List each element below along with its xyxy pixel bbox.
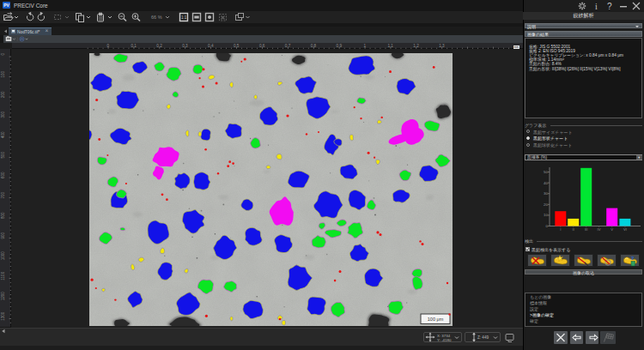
svg-text:VI: VI bbox=[623, 227, 627, 232]
svg-text:1200: 1200 bbox=[1, 292, 5, 301]
svg-text:Y: -4180: Y: -4180 bbox=[437, 338, 452, 342]
svg-text:1,1: 1,1 bbox=[387, 44, 393, 48]
svg-text:?: ? bbox=[607, 2, 612, 11]
svg-text:I: I bbox=[560, 227, 561, 232]
svg-text:1,3: 1,3 bbox=[439, 44, 445, 48]
svg-text:0: 0 bbox=[106, 44, 109, 48]
svg-text:0,4: 0,4 bbox=[208, 44, 214, 48]
svg-text:0,8: 0,8 bbox=[311, 44, 317, 48]
svg-text:0,5: 0,5 bbox=[234, 44, 240, 48]
svg-text:300: 300 bbox=[1, 111, 5, 118]
svg-text:20: 20 bbox=[544, 202, 548, 207]
svg-text:600: 600 bbox=[1, 172, 5, 178]
svg-text:200: 200 bbox=[1, 91, 5, 98]
svg-text:0: 0 bbox=[1, 52, 5, 55]
svg-text:1: 1 bbox=[363, 44, 366, 48]
svg-text:1,2: 1,2 bbox=[413, 44, 419, 48]
svg-text:V: V bbox=[611, 227, 613, 232]
svg-text:100 μm: 100 μm bbox=[428, 317, 444, 322]
svg-text:800: 800 bbox=[1, 212, 5, 219]
svg-text:II: II bbox=[573, 227, 574, 232]
svg-text:1:1: 1:1 bbox=[181, 15, 187, 20]
svg-text:40: 40 bbox=[544, 181, 548, 185]
svg-text:1000: 1000 bbox=[1, 251, 5, 261]
svg-text:500: 500 bbox=[1, 151, 5, 158]
svg-text:100: 100 bbox=[1, 70, 5, 77]
svg-text:III: III bbox=[585, 227, 588, 232]
svg-text:400: 400 bbox=[1, 131, 5, 138]
svg-text:1100: 1100 bbox=[1, 271, 5, 280]
svg-text:10: 10 bbox=[544, 213, 548, 217]
svg-text:IV: IV bbox=[598, 227, 601, 232]
svg-text:50: 50 bbox=[544, 170, 548, 174]
svg-text:900: 900 bbox=[1, 232, 5, 238]
svg-text:66 %: 66 % bbox=[151, 15, 162, 20]
svg-text:0,9: 0,9 bbox=[337, 44, 343, 48]
svg-text:0,7: 0,7 bbox=[285, 44, 291, 48]
svg-text:1300: 1300 bbox=[1, 311, 5, 321]
svg-text:0,1: 0,1 bbox=[131, 44, 137, 48]
svg-text:0,2: 0,2 bbox=[156, 44, 162, 48]
svg-text:0,3: 0,3 bbox=[182, 44, 188, 48]
svg-text:0,6: 0,6 bbox=[259, 44, 265, 48]
svg-text:i: i bbox=[595, 2, 598, 11]
svg-text:700: 700 bbox=[1, 191, 5, 198]
svg-text:Z: 449: Z: 449 bbox=[477, 335, 489, 340]
svg-text:30: 30 bbox=[544, 191, 548, 196]
